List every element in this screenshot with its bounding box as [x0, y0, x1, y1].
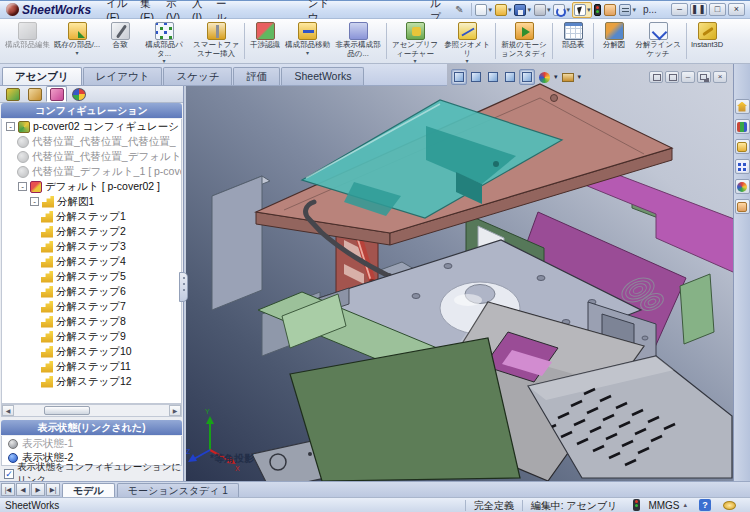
dropdown-arrow-icon[interactable]: ▾: [76, 50, 79, 56]
tab-アセンブリ[interactable]: アセンブリ: [2, 67, 82, 85]
hole-part[interactable]: [642, 336, 648, 340]
hidden-lines-visible-button[interactable]: [485, 69, 501, 85]
insert-component-button[interactable]: 既存の部品/...▾: [52, 20, 102, 62]
feature-manager-tab[interactable]: [2, 86, 23, 102]
hole-part[interactable]: [537, 276, 545, 281]
close-button[interactable]: ×: [728, 3, 745, 16]
next-tab-button[interactable]: ▶: [31, 483, 45, 496]
dock-button[interactable]: [665, 71, 679, 83]
front-green-panel-part[interactable]: [290, 338, 520, 481]
shaded-button[interactable]: [502, 69, 518, 85]
pattern-button[interactable]: 構成部品パタ...▾: [138, 20, 190, 62]
tab-モーションスタディ 1[interactable]: モーションスタディ 1: [117, 483, 239, 497]
restore-button[interactable]: [697, 71, 711, 83]
units-caret-icon[interactable]: ▴: [683, 501, 687, 509]
wireframe-button[interactable]: [468, 69, 484, 85]
dropdown-arrow-icon[interactable]: ▾: [578, 73, 582, 81]
tab-レイアウト[interactable]: レイアウト: [83, 67, 163, 85]
dropdown-arrow-icon[interactable]: ▾: [306, 50, 309, 56]
link-display-states-checkbox[interactable]: ✓: [4, 469, 14, 479]
first-tab-button[interactable]: |◀: [1, 483, 15, 496]
dropdown-arrow-icon[interactable]: ▾: [632, 6, 636, 14]
show-hidden-button[interactable]: 非表示構成部品の...: [332, 20, 384, 62]
scroll-left-button[interactable]: ◀: [2, 405, 14, 416]
explode-line-button[interactable]: 分解ラインスケッチ: [632, 20, 684, 62]
hole-part[interactable]: [444, 264, 452, 269]
display-state-item[interactable]: 表示状態-1: [2, 437, 181, 451]
dropdown-arrow-icon[interactable]: ▾: [488, 6, 492, 14]
dropdown-arrow-icon[interactable]: ▾: [508, 6, 512, 14]
rebuild-button[interactable]: [593, 3, 602, 17]
exploded-view-button[interactable]: 分解図: [596, 20, 632, 62]
design-library-button[interactable]: [735, 119, 750, 134]
apply-scene-button[interactable]: [560, 69, 576, 85]
property-manager-tab[interactable]: [24, 86, 45, 102]
move-component-button[interactable]: 構成部品移動▾: [283, 20, 332, 62]
expander-minus-icon[interactable]: -: [30, 197, 39, 206]
expander-minus-icon[interactable]: -: [6, 122, 15, 131]
instant3d-button[interactable]: Instant3D: [689, 20, 725, 62]
panel-splitter-handle[interactable]: [179, 272, 188, 302]
last-tab-button[interactable]: ▶|: [46, 483, 60, 496]
new-document-button[interactable]: ▾: [474, 3, 493, 17]
tree-item[interactable]: 分解ステップ9: [2, 329, 181, 344]
scroll-right-button[interactable]: ▶: [169, 405, 181, 416]
tree-item[interactable]: -デフォルト [ p-cover02 ]: [2, 179, 181, 194]
tree-horizontal-scrollbar[interactable]: ◀ ▶: [1, 404, 182, 417]
help-icon[interactable]: ?: [699, 499, 711, 511]
pencil-icon[interactable]: ✎: [455, 4, 463, 15]
file-explorer-button[interactable]: [735, 139, 750, 154]
undo-button[interactable]: ▾: [552, 3, 571, 17]
file-properties-button[interactable]: [603, 3, 617, 17]
edit-appearance-button[interactable]: [536, 69, 552, 85]
shaded-with-edges-button[interactable]: [519, 69, 535, 85]
dropdown-arrow-icon[interactable]: ▾: [554, 73, 558, 81]
dropdown-arrow-icon[interactable]: ▾: [527, 6, 531, 14]
tree-item[interactable]: 分解ステップ8: [2, 314, 181, 329]
dropdown-arrow-icon[interactable]: ▾: [566, 6, 570, 14]
tree-item[interactable]: 分解ステップ10: [2, 344, 181, 359]
scrollbar-thumb[interactable]: [44, 406, 90, 415]
mate-button[interactable]: 合致: [102, 20, 138, 62]
tree-item[interactable]: 分解ステップ1: [2, 209, 181, 224]
tab-モデル[interactable]: モデル: [62, 483, 115, 497]
open-button[interactable]: ▾: [494, 3, 513, 17]
options-button[interactable]: ▾: [618, 3, 637, 17]
motion-study-button[interactable]: 新規のモーションスタディ: [498, 20, 550, 62]
configuration-manager-tab[interactable]: [46, 86, 67, 102]
save-button[interactable]: ▾: [513, 3, 532, 17]
tree-item[interactable]: -p-cover02 コンフィギュレーション (デフォルト: [2, 119, 181, 134]
assembly-features-button[interactable]: アセンブリフィーチャー▾: [389, 20, 441, 62]
tree-item[interactable]: 分解ステップ7: [2, 299, 181, 314]
units-label[interactable]: MMGS: [648, 500, 679, 511]
print-button[interactable]: ▾: [533, 3, 552, 17]
expander-minus-icon[interactable]: -: [18, 182, 27, 191]
tab-評価[interactable]: 評価: [233, 67, 280, 85]
tree-item[interactable]: 分解ステップ4: [2, 254, 181, 269]
tree-item[interactable]: 分解ステップ12: [2, 374, 181, 389]
float-button[interactable]: ❚❚: [690, 3, 707, 16]
tree-item[interactable]: -分解図1: [2, 194, 181, 209]
tree-item[interactable]: 分解ステップ3: [2, 239, 181, 254]
smart-fastener-button[interactable]: スマートファスナー挿入: [190, 20, 242, 62]
appearances-button[interactable]: [735, 179, 750, 194]
select-button[interactable]: ▾: [572, 2, 593, 18]
palette-button[interactable]: [735, 159, 750, 174]
float-button[interactable]: [649, 71, 663, 83]
green-bracket-part[interactable]: [680, 274, 714, 344]
interference-button[interactable]: 干渉認識: [247, 20, 283, 62]
minimize-button[interactable]: –: [681, 71, 695, 83]
tree-item[interactable]: 分解ステップ11: [2, 359, 181, 374]
dropdown-arrow-icon[interactable]: ▾: [587, 6, 591, 14]
minimize-button[interactable]: –: [671, 3, 688, 16]
tree-item[interactable]: 代替位置_代替位置_デフォルト_1_: [2, 149, 181, 164]
tree-item[interactable]: 代替位置_デフォルト_1 [ p-cover: [2, 164, 181, 179]
display-manager-tab[interactable]: [68, 86, 89, 102]
tab-スケッチ[interactable]: スケッチ: [163, 67, 232, 85]
tree-item[interactable]: 分解ステップ5: [2, 269, 181, 284]
reference-geometry-button[interactable]: 参照ジオメトリ▾: [441, 20, 493, 62]
close-button[interactable]: ×: [713, 71, 727, 83]
home-button[interactable]: [735, 99, 750, 114]
search-box[interactable]: p...: [643, 4, 665, 15]
restore-button[interactable]: □: [709, 3, 726, 16]
